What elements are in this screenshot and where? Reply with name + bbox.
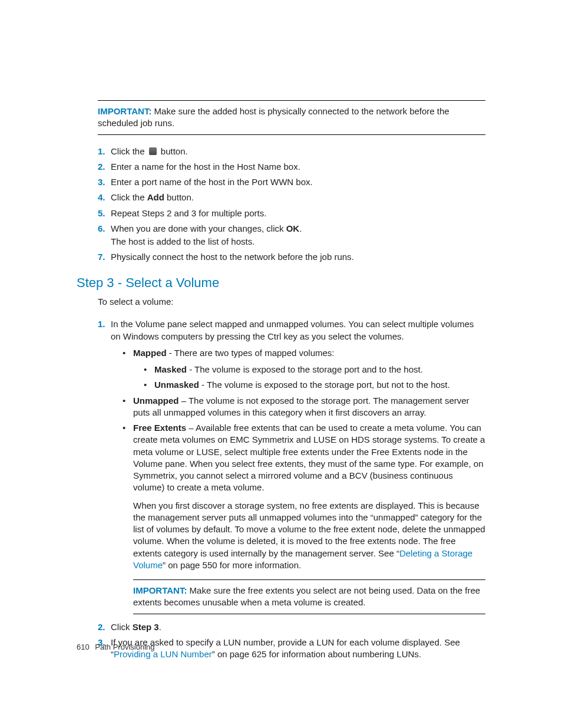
step-number: 4.: [98, 192, 105, 203]
vol-step-1: 1. In the Volume pane select mapped and …: [98, 318, 485, 614]
section-intro: To select a volume:: [98, 296, 485, 308]
paragraph: When you first discover a storage system…: [133, 500, 485, 572]
bold-label: Unmasked: [154, 380, 199, 390]
step-6: 6. When you are done with your changes, …: [98, 223, 485, 248]
step-text: button.: [158, 146, 188, 156]
bullet-unmapped: Unmapped – The volume is not exposed to …: [123, 395, 485, 419]
step-1: 1. Click the button.: [98, 146, 485, 157]
bold-label: Masked: [154, 364, 187, 374]
step-text: In the Volume pane select mapped and unm…: [111, 319, 474, 341]
step-text: Click the: [111, 192, 147, 202]
bullet-text: - There are two types of mapped volumes:: [167, 348, 335, 358]
step-text: Repeat Steps 2 and 3 for multiple ports.: [111, 208, 266, 218]
step-number: 5.: [98, 207, 105, 219]
step-7: 7. Physically connect the host to the ne…: [98, 251, 485, 263]
step-number: 1.: [98, 146, 105, 157]
bold-label: Add: [147, 192, 164, 202]
step-text: Enter a port name of the host in the Por…: [111, 177, 313, 187]
bullet-text: - The volume is exposed to the storage p…: [199, 380, 450, 390]
bold-label: Unmapped: [133, 396, 179, 406]
vol-step-3: 3. If you are asked to specify a LUN num…: [98, 637, 485, 661]
step-number: 3.: [98, 176, 105, 188]
bold-label: Step 3: [133, 622, 159, 632]
step-number: 1.: [98, 318, 105, 330]
page-number: 610: [77, 643, 90, 651]
step-text: Click the: [111, 146, 147, 156]
bullet-text: – The volume is not exposed to the stora…: [133, 396, 470, 417]
para-text: ” on page 550 for more information.: [163, 560, 301, 570]
bullet-free-extents: Free Extents – Available free extents th…: [123, 422, 485, 614]
steps-list-1: 1. Click the button. 2. Enter a name for…: [98, 146, 485, 263]
bullet-mapped: Mapped - There are two types of mapped v…: [123, 347, 485, 391]
callout-lead: IMPORTANT:: [98, 106, 151, 116]
step-2: 2. Enter a name for the host in the Host…: [98, 161, 485, 173]
footer-title: Path Provisioning: [95, 643, 154, 651]
vol-step-2: 2. Click Step 3.: [98, 621, 485, 633]
step-text: button.: [164, 192, 194, 202]
step-number: 6.: [98, 223, 105, 235]
step-4: 4. Click the Add button.: [98, 192, 485, 203]
step-5: 5. Repeat Steps 2 and 3 for multiple por…: [98, 207, 485, 219]
step-3: 3. Enter a port name of the host in the …: [98, 176, 485, 188]
bold-label: OK: [286, 223, 300, 233]
steps-list-2: 1. In the Volume pane select mapped and …: [98, 318, 485, 660]
bullet-list: Mapped - There are two types of mapped v…: [123, 347, 485, 614]
step-text: Enter a name for the host in the Host Na…: [111, 162, 300, 172]
step-number: 2.: [98, 621, 105, 633]
step-text: Physically connect the host to the netwo…: [111, 252, 354, 262]
rule: [98, 134, 485, 135]
bullet-masked: Masked - The volume is exposed to the st…: [144, 364, 485, 375]
step-subtext: The host is added to the list of hosts.: [111, 236, 485, 248]
section-heading: Step 3 - Select a Volume: [77, 274, 485, 292]
step-text: .: [159, 622, 161, 632]
step-number: 7.: [98, 251, 105, 263]
important-callout: IMPORTANT: Make sure the added host is p…: [98, 101, 485, 134]
step-text: .: [299, 223, 302, 233]
bullet-text: – Available free extents that can be use…: [133, 423, 485, 492]
page-footer: 610 Path Provisioning: [77, 642, 155, 653]
important-callout: IMPORTANT: Make sure the free extents yo…: [133, 579, 485, 614]
step-number: 2.: [98, 161, 105, 173]
bold-label: Free Extents: [133, 423, 186, 433]
host-icon: [149, 147, 157, 155]
step-text: When you are done with your changes, cli…: [111, 223, 286, 233]
rule: [133, 614, 485, 614]
bullet-list: Masked - The volume is exposed to the st…: [144, 364, 485, 391]
bullet-unmasked: Unmasked - The volume is exposed to the …: [144, 379, 485, 391]
bold-label: Mapped: [133, 348, 167, 358]
bullet-text: - The volume is exposed to the storage p…: [187, 364, 423, 374]
callout-lead: IMPORTANT:: [133, 585, 187, 595]
step-text: ” on page 625 for information about numb…: [212, 649, 421, 659]
step-text: Click: [111, 622, 133, 632]
